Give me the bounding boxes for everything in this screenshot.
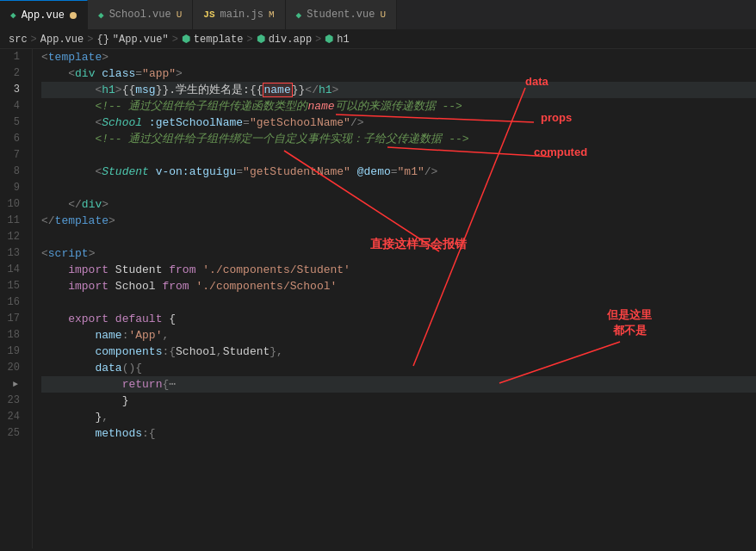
bc-sep2: > [87,34,93,46]
ln-1: 1 [0,49,25,65]
bc-sep4: > [246,34,252,46]
vue-icon: ◆ [10,9,16,21]
ln-2: 2 [0,65,25,82]
code-line-9 [41,180,756,196]
bc-diamond1: ⬢ [182,33,190,46]
code-line-3: <h1>{{msg}}.学生的姓名是:{{name}}</h1> [41,82,756,98]
line-numbers: 1 2 3 4 5 6 7 8 9 10 11 12 13 14 15 16 1… [0,49,33,548]
bc-template: template [194,34,244,46]
code-line-5: <School :getSchoolName="getSchoolName"/> [41,115,756,131]
js-icon: JS [203,9,214,20]
bc-diamond2: ⬢ [257,33,265,46]
ln-8: 8 [0,164,25,180]
code-line-19: components:{School,Student}, [41,344,756,360]
tab-main-js[interactable]: JS main.js M [193,0,285,29]
bc-diamond3: ⬢ [325,33,333,46]
ln-21: ► [0,376,25,393]
ln-17: 17 [0,311,25,327]
tab-modified-u2: U [380,9,386,20]
ln-19: 19 [0,344,25,360]
code-line-4: <!-- 通过父组件给子组件传递函数类型的name可以的来源传递数据 --> [41,98,756,115]
tab-modified-u: U [177,9,183,20]
tab-label: App.vue [22,9,65,22]
vue-icon: ◆ [296,9,302,21]
code-area[interactable]: <template> <div class="app"> <h1>{{msg}}… [33,49,756,548]
ln-11: 11 [0,213,25,229]
bc-sep3: > [172,34,178,46]
bc-src: src [9,34,28,46]
tab-badge-dot [70,12,77,19]
tab-school-vue[interactable]: ◆ School.vue U [88,0,193,29]
code-line-18: name:'App', [41,327,756,344]
vue-icon: ◆ [98,9,104,21]
ln-13: 13 [0,245,25,262]
ln-7: 7 [0,147,25,164]
ln-6: 6 [0,131,25,147]
bc-appvue: App.vue [40,34,84,46]
tab-label: School.vue [109,9,171,21]
code-line-12 [41,229,756,245]
code-line-17: export default { [41,311,756,327]
bc-appvue2: "App.vue" [113,34,169,46]
tab-label: main.js [220,9,263,21]
editor: 1 2 3 4 5 6 7 8 9 10 11 12 13 14 15 16 1… [0,49,756,548]
ln-10: 10 [0,196,25,213]
code-line-24: }, [41,409,756,425]
code-line-21: return{⋯ [41,376,756,393]
code-line-2: <div class="app"> [41,65,756,82]
tab-modified-m: M [269,9,275,20]
code-line-23: } [41,393,756,409]
ln-25: 25 [0,425,25,442]
code-line-16 [41,294,756,311]
tab-label: Student.vue [307,9,375,21]
bc-sep5: > [315,34,321,46]
code-line-6: <!-- 通过父组件给子组件绑定一个自定义事件实现：子给父传递数据 --> [41,131,756,147]
code-line-14: import Student from './components/Studen… [41,262,756,278]
ln-24: 24 [0,409,25,425]
tab-app-vue[interactable]: ◆ App.vue [0,0,88,29]
bc-sep1: > [31,34,37,46]
code-line-1: <template> [41,49,756,65]
code-line-20: data(){ [41,360,756,376]
ln-3: 3 [0,82,25,98]
tab-bar: ◆ App.vue ◆ School.vue U JS main.js M ◆ … [0,0,756,30]
ln-14: 14 [0,262,25,278]
code-line-8: <Student v-on:atguigu="getStudentName" @… [41,164,756,180]
code-line-13: <script> [41,245,756,262]
bc-divapp: div.app [269,34,312,46]
ln-20: 20 [0,360,25,376]
code-line-10: </div> [41,196,756,213]
bc-braces: {} [96,34,108,46]
ln-18: 18 [0,327,25,344]
ln-16: 16 [0,294,25,311]
breadcrumb: src > App.vue > {} "App.vue" > ⬢ templat… [0,30,756,49]
ln-4: 4 [0,98,25,115]
code-line-15: import School from './components/School' [41,278,756,294]
code-line-7 [41,147,756,164]
code-line-25: methods:{ [41,425,756,442]
ln-23: 23 [0,393,25,409]
ln-5: 5 [0,115,25,131]
tab-student-vue[interactable]: ◆ Student.vue U [286,0,397,29]
ln-15: 15 [0,278,25,294]
ln-9: 9 [0,180,25,196]
code-line-11: </template> [41,213,756,229]
ln-12: 12 [0,229,25,245]
bc-h1: h1 [337,34,349,46]
